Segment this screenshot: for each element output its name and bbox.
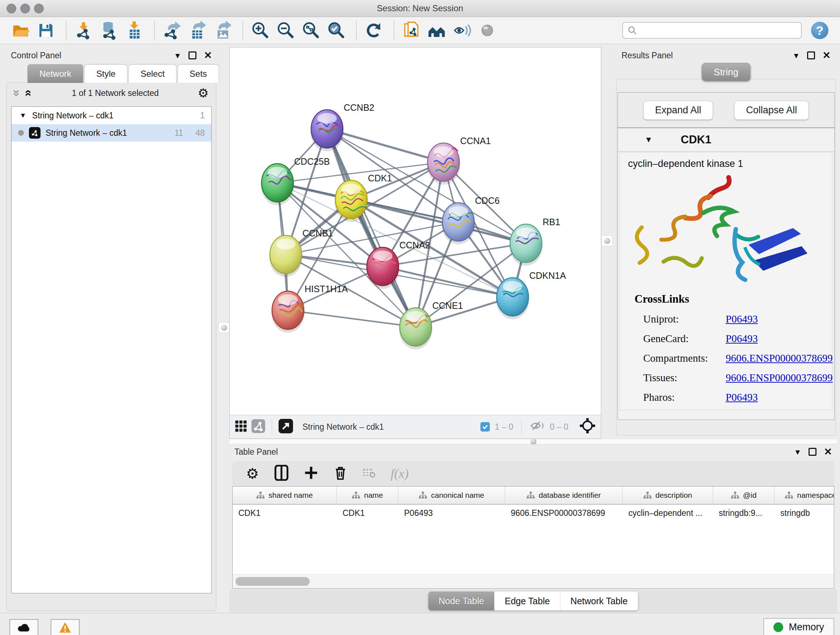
- network-node-cdkn1a[interactable]: CDKN1A: [496, 271, 566, 319]
- expand-all-button[interactable]: Expand All: [643, 101, 714, 120]
- open-in-window-icon[interactable]: [279, 419, 293, 435]
- hide-nodes-icon[interactable]: [451, 19, 473, 42]
- search-input[interactable]: [641, 25, 797, 36]
- tab-string[interactable]: String: [702, 63, 750, 81]
- cloud-status-button[interactable]: [9, 619, 38, 635]
- table-hscrollbar[interactable]: [233, 574, 834, 588]
- network-graph[interactable]: CCNB2CCNA1CDC25BCDK1CDC6RB1CCNB1CCNA2CDK…: [230, 48, 601, 415]
- section-expand-icon[interactable]: ▼: [645, 135, 653, 144]
- network-node-ccne1[interactable]: CCNE1: [399, 301, 463, 349]
- network-tree: ▼ String Network – cdk1 1 String Network…: [11, 106, 212, 593]
- column-header--id[interactable]: @id: [713, 486, 775, 504]
- gene-section-header[interactable]: ▼ CDK1: [618, 128, 834, 152]
- node-label-ccna1: CCNA1: [460, 136, 491, 146]
- node-count: 11: [175, 128, 183, 138]
- birdseye-grid-icon[interactable]: [235, 420, 247, 434]
- open-file-icon[interactable]: [9, 19, 32, 42]
- tab-network-table[interactable]: Network Table: [561, 592, 638, 610]
- table-settings-gear-icon[interactable]: ⚙: [246, 466, 259, 481]
- level-of-detail-icon[interactable]: [476, 19, 499, 42]
- column-header-database-identifier[interactable]: database identifier: [505, 486, 622, 504]
- tab-edge-table[interactable]: Edge Table: [494, 592, 561, 610]
- selected-checkbox-icon[interactable]: [480, 422, 490, 432]
- memory-button[interactable]: Memory: [763, 618, 834, 635]
- collapse-all-networks-icon[interactable]: «: [23, 90, 35, 97]
- collection-expand-icon[interactable]: ▼: [19, 111, 27, 119]
- control-panel-title: Control Panel: [11, 51, 61, 60]
- search-field[interactable]: [622, 22, 802, 39]
- float-panel-icon[interactable]: [808, 448, 816, 456]
- network-node-cdc6[interactable]: CDC6: [442, 195, 500, 244]
- node-label-cdc25b: CDC25B: [294, 157, 330, 166]
- column-header-canonical-name[interactable]: canonical name: [398, 486, 505, 504]
- first-neighbors-icon[interactable]: [400, 19, 423, 42]
- node-label-ccne1: CCNE1: [432, 301, 463, 310]
- tab-select[interactable]: Select: [128, 65, 177, 83]
- tab-style[interactable]: Style: [84, 65, 127, 83]
- crosslink-link[interactable]: P06493: [726, 391, 758, 403]
- zoom-selected-icon[interactable]: [325, 19, 347, 42]
- collapse-panel-icon[interactable]: ▼: [793, 52, 800, 59]
- string-view-icon[interactable]: [251, 419, 265, 434]
- add-column-icon[interactable]: [304, 466, 318, 481]
- import-network-icon[interactable]: [73, 19, 95, 42]
- expand-all-networks-icon[interactable]: »: [11, 90, 24, 97]
- column-header-name[interactable]: name: [337, 486, 398, 504]
- tab-node-table[interactable]: Node Table: [428, 592, 494, 610]
- crosslink-link[interactable]: 9606.ENSP00000378699: [726, 352, 833, 364]
- network-node-hist1h1a[interactable]: HIST1H1A: [271, 284, 348, 333]
- close-panel-icon[interactable]: ✕: [204, 51, 212, 60]
- function-builder-icon: f(x): [391, 466, 409, 481]
- show-columns-icon[interactable]: [274, 465, 289, 482]
- zoom-in-icon[interactable]: [249, 19, 271, 42]
- collapse-panel-icon[interactable]: ▼: [174, 52, 182, 59]
- import-table-icon[interactable]: [123, 19, 145, 42]
- delete-column-icon[interactable]: [333, 465, 347, 482]
- network-options-gear-icon[interactable]: ⚙: [198, 87, 209, 99]
- float-panel-icon[interactable]: [188, 51, 196, 59]
- warnings-button[interactable]: [51, 619, 80, 635]
- crosslink-label: Uniprot:: [635, 313, 726, 325]
- network-node-rb1[interactable]: RB1: [509, 217, 561, 266]
- string-home-icon[interactable]: [425, 19, 448, 42]
- crosslink-link[interactable]: P06493: [726, 313, 758, 325]
- network-collection-row[interactable]: ▼ String Network – cdk1 1: [11, 107, 211, 124]
- network-node-ccnb2[interactable]: CCNB2: [310, 103, 374, 151]
- bottom-splitter-handle[interactable]: [528, 436, 538, 447]
- toolbar-separator: [393, 21, 394, 40]
- table-row[interactable]: CDK1CDK1P064939606.ENSP00000378699cyclin…: [233, 505, 834, 521]
- table-cell: cyclin–dependent ...: [622, 505, 713, 521]
- network-node-ccnb1[interactable]: CCNB1: [269, 228, 333, 277]
- zoom-fit-icon[interactable]: [300, 19, 322, 42]
- string-app-icon: [29, 127, 41, 139]
- float-panel-icon[interactable]: [807, 51, 815, 59]
- network-row[interactable]: String Network – cdk1 11 48: [11, 124, 211, 141]
- network-canvas[interactable]: CCNB2CCNA1CDC25BCDK1CDC6RB1CCNB1CCNA2CDK…: [229, 47, 601, 439]
- collapse-all-button[interactable]: Collapse All: [734, 101, 809, 120]
- hscrollbar-thumb[interactable]: [235, 577, 309, 586]
- export-network-icon[interactable]: [161, 19, 183, 42]
- refresh-icon[interactable]: [363, 19, 385, 42]
- save-session-icon[interactable]: [35, 19, 57, 42]
- export-table-icon[interactable]: [186, 19, 208, 42]
- export-image-icon[interactable]: [211, 19, 234, 42]
- close-panel-icon[interactable]: ✕: [822, 51, 831, 60]
- birdseye-crosshair-icon[interactable]: [579, 417, 596, 436]
- right-splitter-handle[interactable]: [602, 235, 613, 246]
- column-header-description[interactable]: description: [622, 486, 713, 504]
- close-panel-icon[interactable]: ✕: [824, 447, 832, 457]
- column-header-shared-name[interactable]: shared name: [233, 486, 337, 504]
- import-network-database-icon[interactable]: [98, 19, 120, 42]
- crosslinks-block: CrossLinks Uniprot:P06493GeneCard:P06493…: [620, 293, 832, 403]
- help-icon[interactable]: ?: [811, 22, 829, 39]
- tab-network[interactable]: Network: [27, 65, 83, 83]
- collapse-panel-icon[interactable]: ▼: [794, 448, 802, 456]
- crosslink-link[interactable]: P06493: [726, 333, 758, 345]
- results-content: Expand All Collapse All ▼ CDK1 cyclin–de…: [616, 79, 836, 435]
- tab-sets[interactable]: Sets: [178, 65, 219, 83]
- left-splitter-handle[interactable]: [218, 322, 229, 333]
- gene-section-body: cyclin–dependent kinase 1: [620, 152, 832, 410]
- crosslink-link[interactable]: 9606.ENSP00000378699: [726, 372, 833, 384]
- zoom-out-icon[interactable]: [274, 19, 297, 42]
- column-header-namespace[interactable]: namespace: [775, 486, 834, 504]
